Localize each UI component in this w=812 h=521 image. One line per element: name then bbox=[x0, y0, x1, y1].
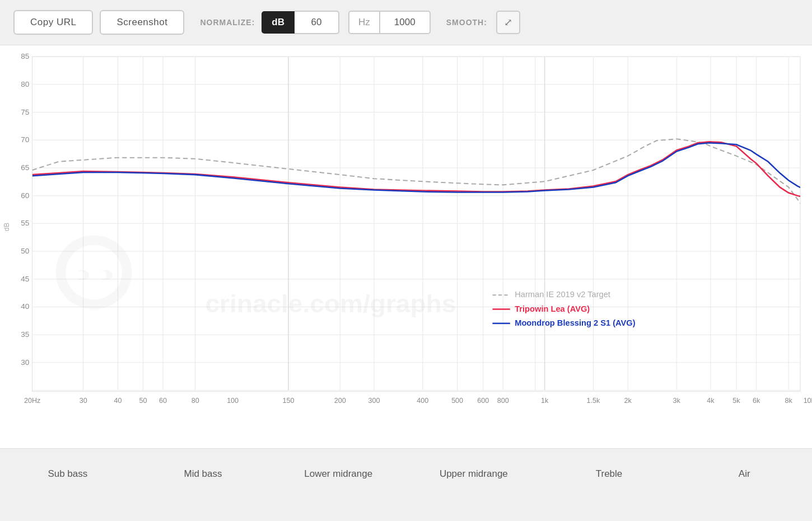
svg-text:8k: 8k bbox=[785, 397, 792, 405]
freq-band-lower-midrange: Lower midrange bbox=[270, 468, 406, 480]
svg-text:50: 50 bbox=[21, 247, 29, 255]
normalize-group: dB bbox=[262, 11, 339, 34]
svg-text:80: 80 bbox=[21, 80, 29, 88]
svg-rect-1 bbox=[32, 57, 800, 391]
normalize-label: NORMALIZE: bbox=[200, 18, 255, 27]
svg-text:60: 60 bbox=[159, 397, 167, 405]
svg-text:200: 200 bbox=[334, 397, 346, 405]
fullscreen-button[interactable]: ⤢ bbox=[496, 11, 520, 34]
svg-text:800: 800 bbox=[497, 397, 509, 405]
svg-text:85: 85 bbox=[21, 52, 29, 60]
svg-text:150: 150 bbox=[283, 397, 295, 405]
hz-group: Hz bbox=[348, 11, 431, 34]
svg-text:600: 600 bbox=[477, 397, 489, 405]
svg-text:30: 30 bbox=[21, 358, 29, 367]
svg-text:400: 400 bbox=[417, 397, 428, 405]
hz-value-input[interactable] bbox=[380, 11, 431, 34]
svg-text:40: 40 bbox=[114, 397, 122, 405]
svg-rect-78 bbox=[73, 271, 84, 279]
smooth-label: SMOOTH: bbox=[446, 18, 487, 27]
svg-text:60: 60 bbox=[21, 191, 29, 200]
svg-text:1.5k: 1.5k bbox=[587, 397, 601, 405]
svg-text:Moondrop Blessing 2 S1 (AVG): Moondrop Blessing 2 S1 (AVG) bbox=[515, 318, 636, 327]
svg-text:75: 75 bbox=[21, 108, 29, 116]
freq-band-mid-bass: Mid bass bbox=[136, 468, 271, 480]
toolbar: Copy URL Screenshot NORMALIZE: dB Hz SMO… bbox=[0, 0, 812, 45]
svg-text:45: 45 bbox=[21, 275, 29, 283]
hz-label: Hz bbox=[348, 11, 380, 34]
svg-text:30: 30 bbox=[80, 397, 87, 405]
svg-text:dB: dB bbox=[3, 223, 11, 231]
svg-text:50: 50 bbox=[139, 397, 147, 405]
db-value-input[interactable] bbox=[295, 11, 339, 34]
svg-text:80: 80 bbox=[192, 397, 199, 405]
svg-text:55: 55 bbox=[21, 219, 29, 228]
svg-text:65: 65 bbox=[21, 163, 29, 172]
freq-band-upper-midrange: Upper midrange bbox=[406, 468, 542, 480]
frequency-bands: Sub bass Mid bass Lower midrange Upper m… bbox=[0, 448, 812, 499]
svg-text:300: 300 bbox=[368, 397, 380, 405]
chart-area: 85 80 75 70 65 60 55 50 45 40 35 30 dB 2… bbox=[0, 45, 812, 499]
svg-text:2k: 2k bbox=[624, 397, 632, 405]
copy-url-button[interactable]: Copy URL bbox=[13, 10, 93, 35]
svg-text:crinacle.com/graphs: crinacle.com/graphs bbox=[205, 289, 456, 317]
svg-text:40: 40 bbox=[21, 303, 29, 311]
svg-text:100: 100 bbox=[227, 397, 239, 405]
frequency-chart: 85 80 75 70 65 60 55 50 45 40 35 30 dB 2… bbox=[0, 51, 812, 448]
svg-text:70: 70 bbox=[21, 135, 29, 144]
svg-text:500: 500 bbox=[451, 397, 463, 405]
svg-text:1k: 1k bbox=[541, 397, 549, 405]
screenshot-button[interactable]: Screenshot bbox=[100, 10, 184, 35]
svg-text:Harman IE 2019 v2 Target: Harman IE 2019 v2 Target bbox=[515, 290, 610, 299]
svg-text:5k: 5k bbox=[732, 397, 740, 405]
freq-band-sub-bass: Sub bass bbox=[0, 468, 136, 480]
svg-text:3k: 3k bbox=[673, 397, 681, 405]
db-label: dB bbox=[262, 11, 295, 34]
svg-text:6k: 6k bbox=[753, 397, 760, 405]
freq-band-air: Air bbox=[676, 468, 812, 480]
svg-text:4k: 4k bbox=[707, 397, 715, 405]
svg-rect-79 bbox=[96, 271, 106, 279]
svg-text:35: 35 bbox=[21, 330, 29, 339]
svg-text:Tripowin Lea (AVG): Tripowin Lea (AVG) bbox=[515, 304, 590, 313]
svg-text:10k: 10k bbox=[804, 397, 812, 405]
freq-band-treble: Treble bbox=[542, 468, 677, 480]
svg-text:20Hz: 20Hz bbox=[24, 397, 40, 405]
